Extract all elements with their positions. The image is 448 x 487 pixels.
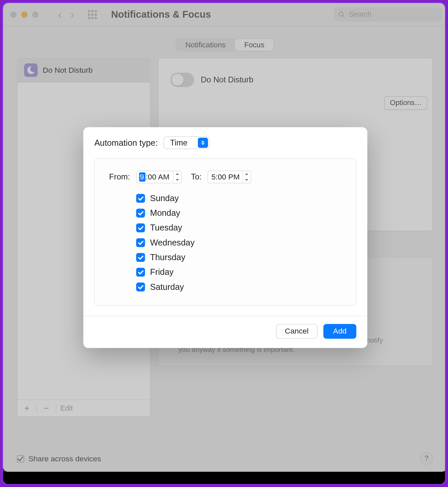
day-label: Friday	[150, 268, 174, 277]
day-label: Thursday	[150, 253, 186, 262]
add-button[interactable]: Add	[323, 324, 357, 339]
day-row: Tuesday	[136, 223, 344, 233]
day-checkbox[interactable]	[136, 283, 145, 292]
from-time-field[interactable]: 9 :00 AM	[136, 171, 182, 183]
stepper-up-icon[interactable]	[243, 171, 251, 177]
day-row: Monday	[136, 208, 344, 218]
day-label: Monday	[150, 208, 180, 218]
from-rest: :00 AM	[145, 172, 170, 181]
automation-type-value: Time	[164, 138, 198, 147]
day-checkbox[interactable]	[136, 268, 145, 277]
stepper-up-icon[interactable]	[173, 171, 181, 177]
day-checkbox[interactable]	[136, 194, 145, 203]
day-row: Saturday	[136, 282, 344, 292]
day-row: Friday	[136, 268, 344, 277]
automation-type-label: Automation type:	[94, 138, 158, 147]
to-time-field[interactable]: 5:00 PM	[208, 171, 251, 183]
stepper-down-icon[interactable]	[173, 177, 181, 183]
day-row: Wednesday	[136, 238, 344, 248]
automation-modal: Automation type: Time From: 9 :00 AM	[83, 127, 368, 348]
day-label: Tuesday	[150, 223, 182, 233]
stepper-down-icon[interactable]	[243, 177, 251, 183]
cancel-button[interactable]: Cancel	[276, 324, 317, 339]
day-checkbox[interactable]	[136, 223, 145, 232]
day-row: Sunday	[136, 193, 344, 203]
automation-type-dropdown[interactable]: Time	[164, 136, 209, 149]
dropdown-arrows-icon	[198, 138, 208, 148]
prefs-window: ‹ › Notifications & Focus Search Notific…	[3, 3, 446, 472]
from-hour-selected: 9	[139, 172, 145, 182]
day-label: Wednesday	[150, 238, 195, 248]
to-value: 5:00 PM	[211, 172, 240, 181]
day-label: Sunday	[150, 193, 179, 203]
from-label: From:	[109, 172, 130, 182]
day-checkbox[interactable]	[136, 238, 145, 247]
day-row: Thursday	[136, 253, 344, 262]
from-stepper[interactable]	[173, 171, 181, 183]
day-label: Saturday	[150, 282, 184, 292]
day-checkbox[interactable]	[136, 209, 145, 218]
to-label: To:	[191, 172, 202, 182]
to-stepper[interactable]	[242, 171, 251, 183]
day-checkbox[interactable]	[136, 253, 145, 262]
